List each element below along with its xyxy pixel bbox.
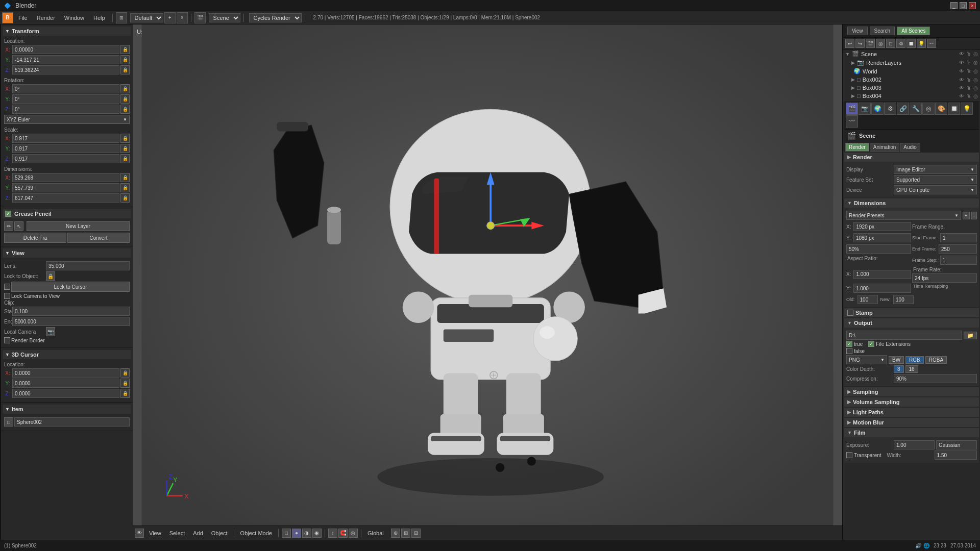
clip-end-input[interactable]: 5000.000 xyxy=(12,317,130,326)
outliner-toolbar-icon-1[interactable]: ↩ xyxy=(845,39,854,48)
stamp-header[interactable]: Stamp xyxy=(844,308,979,317)
compression-input[interactable]: 90% xyxy=(894,374,977,383)
object-menu[interactable]: Object xyxy=(208,529,231,537)
rotation-x-lock[interactable]: 🔒 xyxy=(120,84,130,93)
prop-edit-icon[interactable]: ◎ xyxy=(349,529,358,538)
end-frame-input[interactable]: 250 xyxy=(939,244,977,254)
cursor-z-input[interactable]: 0.0000 xyxy=(12,389,119,398)
outliner-toolbar-icon-2[interactable]: ↪ xyxy=(855,39,865,48)
tab-search[interactable]: Search xyxy=(870,27,895,35)
dim-z-input[interactable]: 617.047 xyxy=(12,193,119,203)
location-x-input[interactable]: 0.00000 xyxy=(12,45,119,54)
location-z-input[interactable]: 519.36224 xyxy=(12,65,119,74)
cursor-z-lock[interactable]: 🔒 xyxy=(120,389,130,398)
tab-audio[interactable]: Audio xyxy=(900,143,920,152)
object-mode-select[interactable]: Object Mode xyxy=(237,529,275,537)
workspace-select[interactable]: Default xyxy=(130,13,163,22)
location-x-lock[interactable]: 🔒 xyxy=(120,45,130,54)
frame-step-input[interactable]: 1 xyxy=(940,256,977,265)
outliner-toolbar-icon-5[interactable]: □ xyxy=(886,39,895,48)
tab-animation[interactable]: Animation xyxy=(870,143,899,152)
file-extensions-checkbox[interactable] xyxy=(868,341,874,347)
view-menu[interactable]: View xyxy=(146,529,164,537)
manipulator-icon[interactable]: ↕ xyxy=(328,529,337,538)
outliner-toolbar-icon-8[interactable]: 💡 xyxy=(917,39,926,48)
rotation-x-input[interactable]: 0° xyxy=(12,84,119,93)
snap-settings-icon[interactable]: ⊕ xyxy=(391,529,400,538)
lock-object-icon[interactable]: 🔒 xyxy=(46,271,55,281)
time-remap-new[interactable]: 100 xyxy=(893,295,914,304)
menu-help[interactable]: Help xyxy=(89,14,109,22)
snap-icon[interactable]: 🧲 xyxy=(338,529,348,538)
viewport[interactable]: User Persp xyxy=(133,24,842,540)
clip-start-input[interactable]: 0.100 xyxy=(12,307,130,316)
render-icon-btn[interactable]: 🎬 xyxy=(846,103,858,115)
output-header[interactable]: ▼ Output xyxy=(844,318,979,328)
cursor-y-input[interactable]: 0.0000 xyxy=(12,379,119,388)
format-dropdown[interactable]: PNG xyxy=(846,355,887,364)
physics-icon-btn[interactable]: 〰 xyxy=(846,115,858,128)
object-icon-btn[interactable]: ⚙ xyxy=(884,103,896,115)
select-menu[interactable]: Select xyxy=(166,529,188,537)
close-button[interactable]: × xyxy=(969,2,976,9)
outliner-toolbar-icon-7[interactable]: 🔲 xyxy=(906,39,916,48)
dim-x-input[interactable]: 529.268 xyxy=(12,173,119,182)
wireframe-icon[interactable]: □ xyxy=(282,529,291,538)
menu-window[interactable]: Window xyxy=(60,14,88,22)
display-dropdown[interactable]: Image Editor xyxy=(894,165,977,174)
film-header[interactable]: ▼ Film xyxy=(844,428,979,437)
aspect-x-input[interactable]: 1.000 xyxy=(853,270,911,279)
lock-to-cursor-button[interactable]: Lock to Cursor xyxy=(11,282,130,292)
render-section-header[interactable]: ▶ Render xyxy=(844,153,979,162)
dimensions-header[interactable]: ▼ Dimensions xyxy=(844,198,979,208)
render-presets-add[interactable]: + xyxy=(963,212,970,219)
scale-y-input[interactable]: 0.917 xyxy=(12,144,119,153)
sampling-header[interactable]: ▶ Sampling xyxy=(844,387,979,396)
tab-render[interactable]: Render xyxy=(845,143,869,152)
width-input[interactable]: 1.50 xyxy=(935,450,977,460)
workspace-add[interactable]: + xyxy=(164,12,176,23)
aspect-y-input[interactable]: 1.000 xyxy=(853,284,911,293)
light-paths-header[interactable]: ▶ Light Paths xyxy=(844,408,979,417)
render-presets-dropdown[interactable]: Render Presets xyxy=(846,211,961,220)
location-z-lock[interactable]: 🔒 xyxy=(120,65,130,74)
modifiers-icon-btn[interactable]: 🔧 xyxy=(910,103,922,115)
placeholders-checkbox[interactable] xyxy=(846,348,852,354)
cursor-y-lock[interactable]: 🔒 xyxy=(120,379,130,388)
volume-sampling-header[interactable]: ▶ Volume Sampling xyxy=(844,397,979,407)
transparent-checkbox[interactable] xyxy=(846,452,852,458)
material-icon[interactable]: ◑ xyxy=(302,529,311,538)
rgb-button[interactable]: RGB xyxy=(905,356,924,364)
view-mode-icon[interactable]: 👁 xyxy=(135,529,144,538)
device-dropdown[interactable]: GPU Compute xyxy=(894,185,977,194)
scale-input[interactable]: 50% xyxy=(846,244,911,254)
cursor-x-input[interactable]: 0.0000 xyxy=(12,368,119,378)
scene-icon-btn[interactable]: 📷 xyxy=(859,103,871,115)
scale-z-lock[interactable]: 🔒 xyxy=(120,154,130,163)
item-name-input[interactable]: Sphere002 xyxy=(14,417,130,427)
start-frame-input[interactable]: 1 xyxy=(940,233,977,242)
rotation-y-input[interactable]: 0° xyxy=(12,94,119,104)
constraints-icon-btn[interactable]: 🔗 xyxy=(897,103,909,115)
render-presets-remove[interactable]: - xyxy=(971,212,977,219)
outliner-toolbar-icon-9[interactable]: 〰 xyxy=(927,39,936,48)
scale-x-lock[interactable]: 🔒 xyxy=(120,134,130,143)
view-header[interactable]: ▼ View xyxy=(3,248,131,258)
cursor-x-lock[interactable]: 🔒 xyxy=(120,368,130,378)
scale-x-input[interactable]: 0.917 xyxy=(12,134,119,143)
outliner-item-box003[interactable]: ▶ □ Box003 👁 🖱 ◎ xyxy=(843,84,980,92)
outliner-item-scene[interactable]: ▼ 🎬 Scene 👁 🖱 ◎ xyxy=(843,49,980,58)
cursor-3d-header[interactable]: ▼ 3D Cursor xyxy=(3,350,131,359)
outliner-item-world[interactable]: 🌍 World 👁 🖱 ◎ xyxy=(843,67,980,76)
grease-pencil-header[interactable]: Grease Pencil xyxy=(3,209,131,218)
res-y-input[interactable]: 1080 px xyxy=(853,233,911,242)
item-name-icon[interactable]: □ xyxy=(4,417,13,427)
snap-target-icon[interactable]: ⊟ xyxy=(411,529,421,538)
scene-vis-icon-3[interactable]: ◎ xyxy=(973,51,978,57)
convert-button[interactable]: Convert xyxy=(67,233,130,243)
delete-fra-button[interactable]: Delete Fra xyxy=(4,233,66,243)
local-camera-icon[interactable]: 📷 xyxy=(46,327,55,336)
color-depth-16[interactable]: 16 xyxy=(905,365,918,373)
bw-button[interactable]: BW xyxy=(889,356,904,364)
materials-icon-btn[interactable]: 🎨 xyxy=(935,103,947,115)
